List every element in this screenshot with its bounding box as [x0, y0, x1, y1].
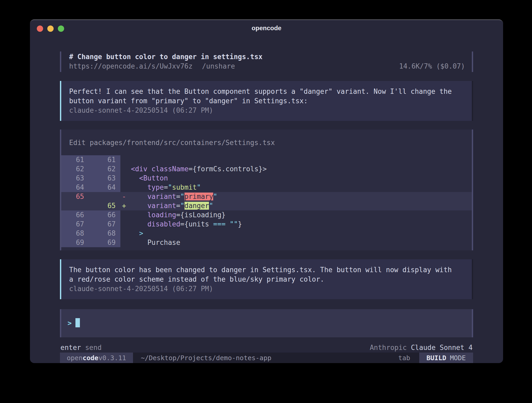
code-line: Purchase [131, 238, 180, 247]
diff-marker [120, 238, 131, 247]
assistant-message: Perfect! I can see that the Button compo… [60, 81, 473, 121]
tab-key-hint: tab [398, 354, 410, 362]
session-title: # Change button color to danger in setti… [69, 52, 465, 61]
line-number-gutter: 6666 [61, 210, 120, 220]
diff-marker [120, 183, 131, 192]
code-line: variant="primary" [131, 192, 217, 201]
share-url[interactable]: https://opencode.ai/s/UwJxv76z [69, 61, 193, 71]
diff-marker [120, 174, 131, 183]
line-number-gutter: 65 [61, 192, 120, 201]
send-hint: enter send [60, 343, 102, 352]
edit-file-path: Edit packages/frontend/src/containers/Se… [61, 138, 472, 147]
line-number-gutter: 6363 [61, 174, 120, 183]
diff-marker [120, 155, 131, 164]
hint-row: enter send Anthropic Claude Sonnet 4 [60, 343, 473, 352]
app-version: v0.3.11 [98, 354, 126, 362]
message-meta: claude-sonnet-4-20250514 (06:27 PM) [69, 106, 465, 115]
diff-row: 6464 type="submit" [61, 183, 472, 192]
mode-segment: BUILDMODE [419, 353, 473, 363]
diff-marker: + [120, 201, 131, 210]
diff-row: 65- variant="primary" [61, 192, 472, 201]
line-number-gutter: 6262 [61, 164, 120, 174]
code-line: > [131, 229, 143, 238]
diff-marker [120, 210, 131, 220]
text-cursor [75, 318, 80, 327]
code-line: loading={isLoading} [131, 210, 226, 220]
line-number-gutter: 65 [61, 201, 120, 210]
diff-row: 6767 disabled={units === ""} [61, 220, 472, 229]
prompt-input[interactable]: > [60, 309, 473, 337]
mode-name: BUILD [427, 354, 446, 362]
code-line: <div className={formCs.controls}> [131, 164, 267, 174]
window-title: opencode [30, 24, 503, 32]
diff-marker [120, 220, 131, 229]
line-number-gutter: 6161 [61, 155, 120, 164]
message-text: Perfect! I can see that the Button compo… [69, 87, 465, 106]
diff-row: 6262<div className={formCs.controls}> [61, 164, 472, 174]
line-number-gutter: 6868 [61, 229, 120, 238]
diff-marker: - [120, 192, 131, 201]
diff-row: 65+ variant="danger" [61, 201, 472, 210]
app-name-bold: code [83, 354, 98, 362]
line-number-gutter: 6464 [61, 183, 120, 192]
edit-tool-block: Edit packages/frontend/src/containers/Se… [60, 130, 473, 250]
diff-row: 6161 [61, 155, 472, 164]
titlebar: opencode [30, 20, 503, 37]
line-number-gutter: 6969 [61, 238, 120, 247]
unshare-command[interactable]: /unshare [202, 61, 235, 71]
working-directory: ~/Desktop/Projects/demo-notes-app [141, 354, 272, 362]
token-usage: 14.6K/7% ($0.07) [399, 61, 465, 71]
diff-marker [120, 164, 131, 174]
opencode-window: opencode # Change button color to danger… [30, 19, 503, 363]
diff-marker [120, 229, 131, 238]
diff-row: 6868 > [61, 229, 472, 238]
diff-row: 6969 Purchase [61, 238, 472, 247]
app-version-segment: opencode v0.3.11 [60, 353, 133, 363]
code-line: type="submit" [131, 183, 201, 192]
prompt-symbol: > [68, 319, 72, 327]
content: # Change button color to danger in setti… [30, 37, 503, 363]
status-bar: opencode v0.3.11 ~/Desktop/Projects/demo… [60, 353, 473, 363]
diff-row: 6363 <Button [61, 174, 472, 183]
message-text: The button color has been changed to dan… [69, 265, 465, 284]
code-line: <Button [131, 174, 168, 183]
diff-row: 6666 loading={isLoading} [61, 210, 472, 220]
message-meta: claude-sonnet-4-20250514 (06:27 PM) [69, 284, 465, 293]
line-number-gutter: 6767 [61, 220, 120, 229]
assistant-message: The button color has been changed to dan… [60, 259, 473, 299]
code-line: variant="danger" [131, 201, 213, 210]
mode-label: MODE [450, 354, 466, 362]
model-indicator: Anthropic Claude Sonnet 4 [370, 343, 473, 352]
session-header: # Change button color to danger in setti… [60, 51, 473, 72]
diff-rows: 61616262<div className={formCs.controls}… [61, 155, 472, 247]
code-line: disabled={units === ""} [131, 220, 242, 229]
app-name-dim: open [67, 354, 83, 362]
